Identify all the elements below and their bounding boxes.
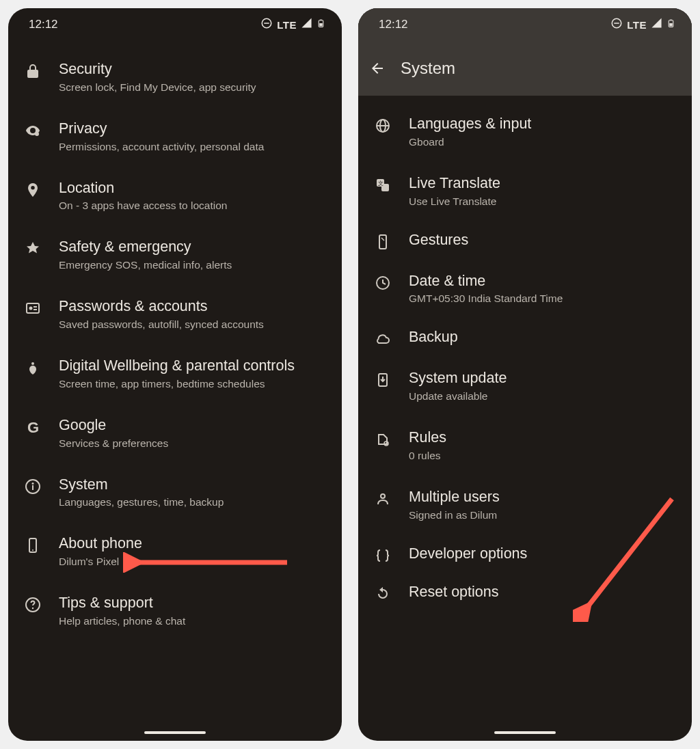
setting-item-backup[interactable]: Backup — [358, 318, 692, 357]
lock-icon — [23, 63, 42, 79]
globe-icon — [373, 118, 392, 134]
setting-item-security[interactable]: SecurityScreen lock, Find My Device, app… — [8, 48, 342, 107]
setting-item-tips-support[interactable]: Tips & supportHelp articles, phone & cha… — [8, 582, 342, 641]
item-title: Tips & support — [59, 594, 328, 612]
setting-item-date-time[interactable]: Date & timeGMT+05:30 India Standard Time — [358, 260, 692, 319]
battery-icon — [317, 16, 325, 33]
item-subtitle: Update available — [409, 390, 678, 404]
item-title: Location — [59, 179, 328, 198]
setting-item-location[interactable]: LocationOn - 3 apps have access to locat… — [8, 167, 342, 226]
nav-handle[interactable] — [358, 724, 692, 741]
item-title: Rules — [409, 428, 678, 447]
item-title: Multiple users — [409, 488, 678, 506]
item-title: Digital Wellbeing & parental controls — [59, 357, 328, 375]
item-subtitle: 0 rules — [409, 449, 678, 463]
dnd-icon — [260, 17, 273, 33]
signal-icon — [301, 17, 312, 32]
item-title: Backup — [409, 328, 678, 346]
setting-item-gestures[interactable]: Gestures — [358, 221, 692, 260]
privacy-icon — [23, 122, 42, 139]
status-time: 12:12 — [379, 18, 408, 31]
wellbeing-icon — [23, 359, 42, 376]
info-icon — [23, 478, 42, 495]
item-title: Safety & emergency — [59, 238, 328, 256]
status-bar: 12:12 LTE — [8, 8, 342, 41]
google-icon — [23, 419, 42, 435]
status-time: 12:12 — [29, 18, 58, 31]
setting-item-system-update[interactable]: System updateUpdate available — [358, 357, 692, 416]
setting-item-privacy[interactable]: PrivacyPermissions, account activity, pe… — [8, 107, 342, 167]
status-bar: 12:12 LTE — [358, 8, 692, 41]
setting-item-rules[interactable]: Rules0 rules — [358, 416, 692, 476]
phone-icon — [23, 537, 42, 554]
users-icon — [373, 491, 392, 507]
item-title: Google — [59, 416, 328, 435]
item-title: Gestures — [409, 231, 678, 249]
translate-icon — [373, 177, 392, 193]
setting-item-passwords-accounts[interactable]: Passwords & accountsSaved passwords, aut… — [8, 285, 342, 344]
item-title: Live Translate — [409, 174, 678, 193]
setting-item-google[interactable]: GoogleServices & preferences — [8, 404, 342, 463]
item-title: Reset options — [409, 583, 678, 601]
download-icon — [373, 372, 392, 388]
medical-icon — [23, 241, 42, 257]
screen-title: System — [401, 59, 455, 78]
braces-icon — [373, 547, 392, 564]
system-settings-screen: 12:12 LTE System Languages & inputGboard… — [358, 8, 692, 741]
item-subtitle: Screen time, app timers, bedtime schedul… — [59, 377, 328, 392]
setting-item-languages-input[interactable]: Languages & inputGboard — [358, 103, 692, 162]
settings-main-screen: 12:12 LTE SecurityScreen lock, Find My D… — [8, 8, 342, 741]
item-subtitle: GMT+05:30 India Standard Time — [409, 292, 678, 306]
cloud-icon — [373, 331, 392, 347]
item-subtitle: Languages, gestures, time, backup — [59, 495, 328, 510]
setting-item-system[interactable]: SystemLanguages, gestures, time, backup — [8, 463, 342, 523]
item-subtitle: Use Live Translate — [409, 195, 678, 209]
setting-item-safety-emergency[interactable]: Safety & emergencyEmergency SOS, medical… — [8, 226, 342, 285]
system-list: Languages & inputGboardLive TranslateUse… — [358, 96, 692, 724]
setting-item-developer-options[interactable]: Developer options — [358, 535, 692, 573]
nav-handle[interactable] — [8, 724, 342, 741]
rules-icon — [373, 431, 392, 448]
item-subtitle: Emergency SOS, medical info, alerts — [59, 258, 328, 273]
battery-icon — [667, 16, 675, 33]
clock-icon — [373, 275, 392, 291]
item-subtitle: Saved passwords, autofill, synced accoun… — [59, 318, 328, 332]
item-title: About phone — [59, 534, 328, 553]
item-title: System — [59, 476, 328, 494]
settings-list: SecurityScreen lock, Find My Device, app… — [8, 41, 342, 724]
item-subtitle: Signed in as Dilum — [409, 508, 678, 523]
setting-item-reset-options[interactable]: Reset options — [358, 573, 692, 612]
setting-item-multiple-users[interactable]: Multiple usersSigned in as Dilum — [358, 476, 692, 535]
network-label: LTE — [277, 19, 297, 31]
item-title: Languages & input — [409, 115, 678, 133]
back-button[interactable] — [369, 60, 386, 77]
setting-item-digital-wellbeing-parental-controls[interactable]: Digital Wellbeing & parental controlsScr… — [8, 344, 342, 404]
item-title: Security — [59, 60, 328, 79]
app-bar: System — [358, 41, 692, 96]
item-subtitle: Help articles, phone & chat — [59, 614, 328, 629]
location-icon — [23, 182, 42, 198]
item-subtitle: Screen lock, Find My Device, app securit… — [59, 81, 328, 95]
item-subtitle: Services & preferences — [59, 437, 328, 451]
network-label: LTE — [627, 19, 647, 31]
item-title: Developer options — [409, 545, 678, 563]
item-subtitle: On - 3 apps have access to location — [59, 199, 328, 213]
setting-item-about-phone[interactable]: About phoneDilum's Pixel — [8, 522, 342, 582]
gesture-icon — [373, 234, 392, 250]
item-title: System update — [409, 369, 678, 387]
setting-item-live-translate[interactable]: Live TranslateUse Live Translate — [358, 162, 692, 221]
item-subtitle: Gboard — [409, 135, 678, 150]
item-subtitle: Permissions, account activity, personal … — [59, 140, 328, 154]
reset-icon — [373, 586, 392, 602]
item-title: Privacy — [59, 120, 328, 138]
dnd-icon — [610, 17, 623, 33]
signal-icon — [651, 17, 662, 32]
item-title: Passwords & accounts — [59, 297, 328, 316]
account-icon — [23, 300, 42, 316]
item-title: Date & time — [409, 272, 678, 290]
item-subtitle: Dilum's Pixel — [59, 555, 328, 569]
help-icon — [23, 597, 42, 613]
